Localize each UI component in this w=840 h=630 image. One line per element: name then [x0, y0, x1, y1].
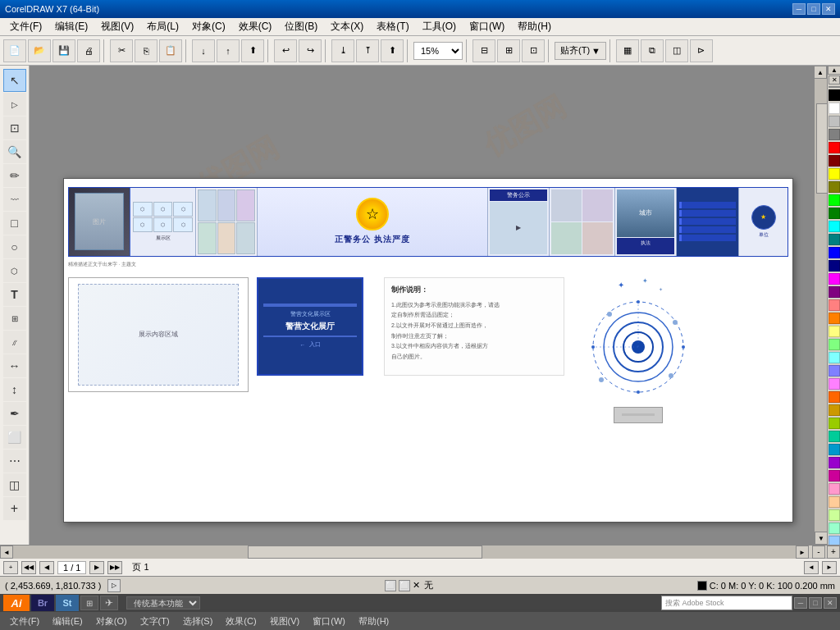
- adobe-close-button[interactable]: ✕: [824, 597, 837, 609]
- publish2-button[interactable]: ⬆: [381, 39, 404, 62]
- print-button[interactable]: 🖨: [77, 39, 100, 62]
- adobe-br-icon[interactable]: Br: [31, 595, 54, 611]
- minimize-button[interactable]: ─: [792, 3, 806, 15]
- tool-polygon[interactable]: ⬡: [3, 259, 26, 282]
- scroll-right-arrow[interactable]: ►: [796, 546, 809, 559]
- page-scroll-left[interactable]: ◄: [804, 561, 819, 574]
- color-swatch-gray2[interactable]: [829, 129, 840, 140]
- page-scroll-right[interactable]: ►: [822, 561, 837, 574]
- grid-apps-button[interactable]: ⊞: [80, 596, 98, 610]
- color-swatch-mint[interactable]: [829, 523, 840, 534]
- color-swatch-orange[interactable]: [829, 313, 840, 324]
- ai-menu-text[interactable]: 文字(T): [134, 614, 176, 629]
- tool-blend[interactable]: ⋯: [3, 450, 26, 472]
- close-button[interactable]: ✕: [822, 3, 835, 15]
- color-swatch-cerulean[interactable]: [829, 444, 840, 455]
- ai-menu-file[interactable]: 文件(F): [3, 614, 46, 629]
- tool-shape[interactable]: ▷: [3, 93, 26, 116]
- copy-button[interactable]: ⎘: [135, 39, 158, 62]
- color-swatch-darkred[interactable]: [829, 155, 840, 167]
- transform-button[interactable]: ⊡: [522, 39, 545, 62]
- cut-button[interactable]: ✂: [110, 39, 133, 62]
- distribute-button[interactable]: ⊞: [497, 39, 520, 62]
- scroll-down-button[interactable]: ▼: [815, 532, 827, 545]
- add-page-button[interactable]: +: [3, 561, 18, 574]
- color-swatch-black[interactable]: [829, 89, 840, 101]
- page-first-button[interactable]: ◀◀: [21, 561, 36, 574]
- view2-button[interactable]: ⧉: [641, 39, 664, 62]
- tool-transparency[interactable]: ◫: [3, 473, 26, 496]
- menu-file[interactable]: 文件(F): [3, 18, 48, 35]
- new-button[interactable]: 📄: [3, 39, 26, 62]
- save-button[interactable]: 💾: [52, 39, 75, 62]
- redo-button[interactable]: ↪: [299, 39, 322, 62]
- color-swatch-violet[interactable]: [829, 457, 840, 468]
- color-swatch-yellowgreen[interactable]: [829, 418, 840, 429]
- open-button[interactable]: 📂: [28, 39, 51, 62]
- tool-crop[interactable]: ⊡: [3, 116, 26, 139]
- page-prev-button[interactable]: ◀: [39, 561, 54, 574]
- adobe-st-icon[interactable]: St: [56, 595, 79, 611]
- color-swatch-peach[interactable]: [829, 496, 840, 508]
- tool-connector[interactable]: ↔: [3, 354, 26, 377]
- snap-button[interactable]: 贴齐(T) ▼: [555, 42, 606, 60]
- view3-button[interactable]: ◫: [665, 39, 688, 62]
- adobe-search-box[interactable]: 搜索 Adobe Stock: [661, 596, 792, 610]
- menu-window[interactable]: 窗口(W): [463, 18, 511, 35]
- color-swatch-rose[interactable]: [829, 470, 840, 482]
- color-swatch-lightcyan[interactable]: [829, 352, 840, 363]
- color-swatch-gray1[interactable]: [829, 116, 840, 127]
- right-scrollbar[interactable]: ▲ ▼: [814, 66, 827, 545]
- import-button[interactable]: ↓: [192, 39, 215, 62]
- color-swatch-blue[interactable]: [829, 247, 840, 258]
- options-button[interactable]: ⊳: [690, 39, 713, 62]
- adobe-max-button[interactable]: □: [809, 597, 822, 609]
- color-swatch-seafoam[interactable]: [829, 431, 840, 442]
- func-select[interactable]: 传统基本功能: [126, 596, 200, 609]
- color-swatch-palegreen[interactable]: [829, 509, 840, 521]
- color-swatch-lightmagenta[interactable]: [829, 378, 840, 390]
- color-swatch-lightyellow[interactable]: [829, 326, 840, 337]
- ai-menu-view[interactable]: 视图(V): [263, 614, 307, 629]
- tool-table[interactable]: ⊞: [3, 307, 26, 330]
- color-swatch-lime[interactable]: [829, 194, 840, 206]
- no-fill-swatch[interactable]: ✕: [829, 75, 840, 84]
- tool-fill[interactable]: ⬜: [3, 426, 26, 449]
- tool-ellipse[interactable]: ○: [3, 235, 26, 258]
- ai-menu-window[interactable]: 窗口(W): [306, 614, 352, 629]
- zoom-select[interactable]: 15% 25%50%75%100%: [413, 42, 463, 60]
- palette-up-arrow[interactable]: ▲: [828, 66, 840, 75]
- menu-bitmap[interactable]: 位图(B): [278, 18, 324, 35]
- color-swatch-navy[interactable]: [829, 260, 840, 272]
- color-swatch-lightgreen[interactable]: [829, 339, 840, 350]
- maximize-button[interactable]: □: [807, 3, 820, 15]
- menu-help[interactable]: 帮助(H): [511, 18, 558, 35]
- scroll-left-arrow[interactable]: ◄: [0, 546, 13, 559]
- tool-parallel[interactable]: ⫽: [3, 331, 26, 354]
- tool-smart[interactable]: 〰: [3, 188, 26, 211]
- menu-table[interactable]: 表格(T): [370, 18, 415, 35]
- color-swatch-cyan[interactable]: [829, 221, 840, 232]
- color-swatch-gold[interactable]: [829, 404, 840, 416]
- export-button[interactable]: ↑: [217, 39, 240, 62]
- tool-freehand[interactable]: ✏: [3, 164, 26, 187]
- color-swatch-teal[interactable]: [829, 234, 840, 245]
- adobe-min-button[interactable]: ─: [794, 597, 807, 609]
- page-last-button[interactable]: ▶▶: [107, 561, 122, 574]
- menu-edit[interactable]: 编辑(E): [48, 18, 94, 35]
- send-button[interactable]: ✈: [100, 596, 118, 610]
- ai-menu-help[interactable]: 帮助(H): [352, 614, 395, 629]
- menu-text[interactable]: 文本(X): [324, 18, 370, 35]
- black-white-swatch[interactable]: [829, 86, 840, 88]
- menu-view[interactable]: 视图(V): [94, 18, 140, 35]
- ai-menu-object[interactable]: 对象(O): [89, 614, 134, 629]
- scroll-thumb-h[interactable]: [248, 546, 482, 559]
- import2-button[interactable]: ⤓: [331, 39, 354, 62]
- paste-button[interactable]: 📋: [159, 39, 182, 62]
- scroll-up-arrow[interactable]: ▲: [814, 66, 827, 79]
- color-swatch-darkorange[interactable]: [829, 391, 840, 403]
- adobe-ai-icon[interactable]: Ai: [3, 595, 30, 611]
- ai-menu-effects[interactable]: 效果(C): [219, 614, 262, 629]
- color-swatch-magenta[interactable]: [829, 273, 840, 285]
- color-swatch-olive[interactable]: [829, 181, 840, 193]
